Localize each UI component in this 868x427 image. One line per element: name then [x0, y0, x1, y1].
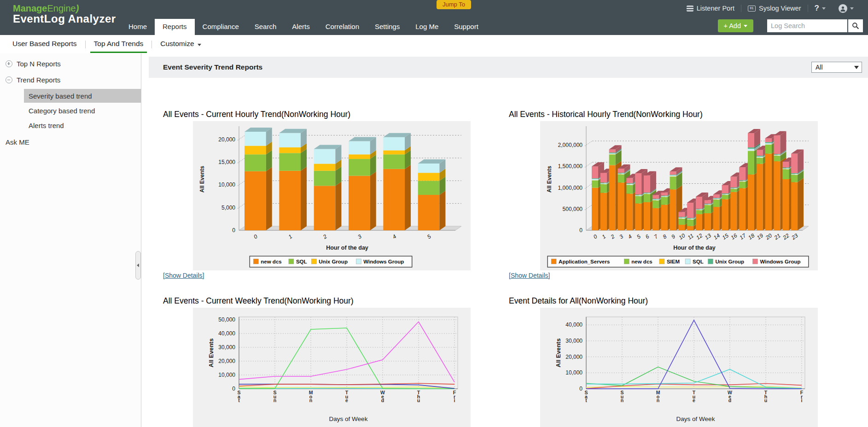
svg-text:30,000: 30,000: [218, 344, 235, 351]
svg-text:10,000: 10,000: [218, 372, 235, 378]
reports-subnav: User Based Reports Top And Trends Custom…: [0, 35, 868, 53]
svg-text:Unix Group: Unix Group: [716, 259, 745, 264]
chevron-down-icon: [850, 7, 854, 10]
svg-text:Thu: Thu: [417, 390, 420, 403]
nav-item-reports[interactable]: Reports: [155, 19, 195, 35]
show-details-link-historical-hourly[interactable]: [Show Details]: [509, 272, 550, 279]
syslog-viewer-icon: 01: [748, 6, 756, 12]
svg-text:All Events: All Events: [199, 166, 205, 193]
chart-event-details-for-all: 010,00020,00030,00040,000SatSunMonTueWed…: [540, 308, 818, 427]
nav-item-correlation[interactable]: Correlation: [318, 19, 367, 35]
svg-text:10,000: 10,000: [218, 181, 235, 188]
subnav-customize-label: Customize: [160, 40, 194, 47]
nav-item-support[interactable]: Support: [446, 19, 486, 35]
svg-text:Sun: Sun: [273, 390, 276, 403]
syslog-viewer-link[interactable]: 01 Syslog Viewer: [741, 5, 808, 12]
jump-to-button[interactable]: Jump To: [437, 0, 471, 9]
nav-item-settings[interactable]: Settings: [367, 19, 408, 35]
svg-text:Tue: Tue: [345, 390, 349, 403]
sidebar-item-severity-based-trend[interactable]: Severity based trend: [24, 89, 141, 103]
svg-text:Days of Week: Days of Week: [329, 415, 368, 422]
nav-item-search[interactable]: Search: [247, 19, 285, 35]
sidebar-collapse-handle[interactable]: [135, 251, 141, 280]
show-details-link-current-hourly[interactable]: [Show Details]: [163, 272, 204, 279]
sidebar-group-top-n-reports[interactable]: Top N Reports: [0, 56, 141, 72]
search-icon: [852, 22, 859, 29]
help-icon: ?: [815, 4, 819, 13]
sidebar-item-category-based-trend[interactable]: Category based trend: [24, 104, 141, 117]
svg-text:0: 0: [232, 227, 235, 234]
nav-item-home[interactable]: Home: [121, 19, 155, 35]
subnav-customize[interactable]: Customize: [152, 35, 209, 53]
svg-text:new dcs: new dcs: [631, 259, 652, 264]
subnav-top-and-trends[interactable]: Top And Trends: [86, 35, 152, 53]
svg-text:20,000: 20,000: [218, 358, 235, 364]
nav-item-alerts[interactable]: Alerts: [284, 19, 317, 35]
user-avatar-icon: [839, 4, 847, 13]
svg-text:0: 0: [579, 227, 583, 234]
svg-text:40,000: 40,000: [218, 330, 235, 337]
sidebar-item-alerts-trend[interactable]: Alerts trend: [24, 118, 141, 132]
chart-current-weekly-trend: 010,00020,00030,00040,00050,000SatSunMon…: [193, 308, 471, 427]
svg-text:1,000,000: 1,000,000: [558, 185, 583, 191]
svg-text:2,000,000: 2,000,000: [558, 142, 583, 148]
nav-item-logme[interactable]: Log Me: [408, 19, 446, 35]
svg-text:30,000: 30,000: [565, 338, 583, 344]
svg-text:SIEM: SIEM: [667, 259, 680, 264]
chevron-down-icon: [744, 25, 747, 27]
svg-text:10,000: 10,000: [565, 369, 583, 376]
collapse-icon[interactable]: [6, 76, 12, 83]
chart-current-hourly-trend: 05,00010,00015,00020,000012345Hour of th…: [193, 121, 471, 270]
svg-text:Unix Group: Unix Group: [319, 259, 348, 264]
add-button-label: + Add: [724, 22, 741, 29]
listener-port-link[interactable]: Listener Port: [680, 5, 741, 12]
add-button[interactable]: + Add: [718, 19, 754, 32]
svg-text:Days of Week: Days of Week: [676, 415, 715, 422]
header-actions: + Add: [718, 19, 863, 32]
expand-icon[interactable]: [6, 60, 12, 67]
svg-text:15,000: 15,000: [218, 159, 235, 165]
dropdown-arrow-icon: [854, 66, 859, 69]
user-menu[interactable]: [832, 4, 860, 13]
device-filter-value: All: [816, 64, 823, 71]
nav-item-compliance[interactable]: Compliance: [195, 19, 247, 35]
device-filter-dropdown[interactable]: All: [811, 62, 862, 73]
brand-name: ManageEngine): [13, 3, 116, 13]
svg-text:Application_Servers: Application_Servers: [559, 259, 610, 264]
svg-text:All Events: All Events: [546, 166, 553, 193]
svg-text:1,500,000: 1,500,000: [558, 163, 583, 170]
page-title: Event Severity Trend Reports: [163, 63, 262, 71]
svg-text:0: 0: [579, 386, 583, 392]
svg-text:Windows Group: Windows Group: [363, 259, 404, 264]
sidebar-item-ask-me[interactable]: Ask ME: [0, 138, 141, 146]
top-header: ManageEngine) EventLog Analyzer Jump To …: [0, 0, 868, 35]
svg-text:Hour of the day: Hour of the day: [326, 245, 368, 251]
log-search-input[interactable]: [767, 19, 847, 32]
svg-text:20,000: 20,000: [565, 354, 583, 360]
svg-text:5,000: 5,000: [221, 205, 235, 211]
sidebar-group-trend-reports[interactable]: Trend Reports: [0, 72, 141, 88]
chart-title-current-hourly: All Events - Current Hourly Trend(NonWor…: [163, 110, 350, 119]
product-name: EventLog Analyzer: [13, 13, 116, 25]
listener-port-icon: [687, 6, 693, 12]
svg-text:new dcs: new dcs: [261, 259, 281, 264]
chevron-down-icon: [822, 7, 826, 10]
svg-text:All Events: All Events: [208, 339, 215, 368]
chevron-down-icon: [198, 44, 201, 46]
logo-swoosh-icon: ): [76, 3, 79, 13]
help-menu[interactable]: ?: [808, 4, 832, 13]
reports-sidebar: Top N Reports Trend Reports Severity bas…: [0, 53, 141, 427]
subnav-user-based-reports[interactable]: User Based Reports: [4, 35, 85, 53]
report-toolbar: Event Severity Trend Reports All: [149, 57, 868, 78]
chart-title-historical-hourly: All Events - Historical Hourly Trend(Non…: [509, 110, 703, 119]
quick-links: Listener Port 01 Syslog Viewer ?: [680, 4, 860, 13]
svg-text:20,000: 20,000: [218, 136, 235, 143]
syslog-viewer-label: Syslog Viewer: [759, 5, 801, 12]
svg-text:0: 0: [232, 386, 235, 392]
sidebar-group-label: Trend Reports: [17, 76, 60, 84]
chart-historical-hourly-trend: 0500,0001,000,0001,500,0002,000,00001234…: [540, 121, 818, 270]
search-button[interactable]: [848, 19, 863, 32]
app-logo[interactable]: ManageEngine) EventLog Analyzer: [13, 3, 116, 25]
chart-title-event-details: Event Details for All(NonWorking Hour): [509, 296, 648, 306]
listener-port-label: Listener Port: [697, 5, 734, 12]
